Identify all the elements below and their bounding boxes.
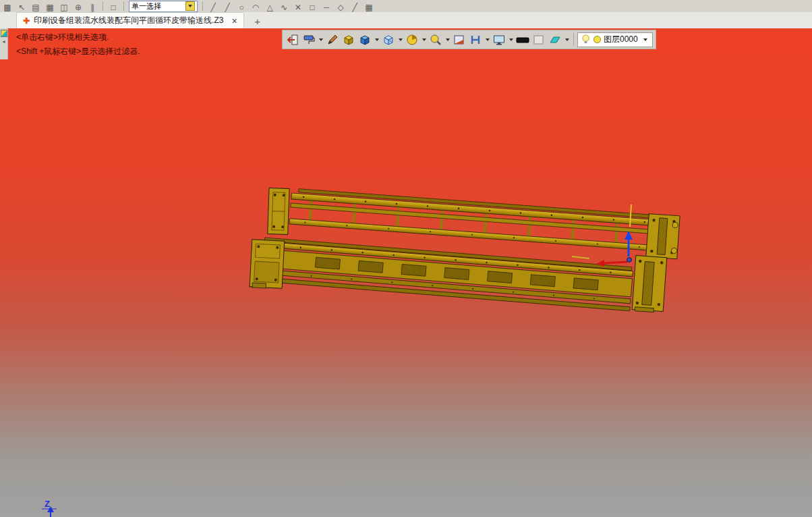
chevron-down-icon [188, 5, 192, 7]
zoom-icon[interactable] [428, 32, 443, 47]
zoom-dropdown[interactable] [444, 32, 451, 47]
layer-combo-value: 图层0000 [604, 34, 639, 45]
layer-combo-dropdown[interactable] [641, 34, 650, 45]
display-icon[interactable] [492, 32, 506, 47]
dash-icon[interactable]: ─ [321, 1, 332, 11]
slash-icon[interactable]: ╱ [208, 1, 219, 11]
new-tab-button[interactable]: + [250, 13, 266, 28]
wireframe-cube-dropdown[interactable] [397, 32, 403, 47]
half-section-dropdown[interactable] [484, 32, 490, 47]
combo-dropdown-button[interactable] [185, 1, 195, 11]
exit-environment-icon[interactable] [285, 32, 300, 47]
document-tab[interactable]: ✚ 印刷设备组装流水线装配车间平面循环皮带输送线.Z3 × [16, 12, 244, 28]
manager-panel-icon[interactable] [1, 30, 7, 37]
zw3d-window: ▩ ↖ ▤ ▦ ◫ ⊕ ∥ □ 单一选择 ╱ ╱ ○ ◠ △ ∿ ✕ □ ─ ◇… [0, 0, 812, 517]
document-icon: ✚ [23, 16, 30, 26]
main-toolbar: ▩ ↖ ▤ ▦ ◫ ⊕ ∥ □ 单一选择 ╱ ╱ ○ ◠ △ ∿ ✕ □ ─ ◇… [0, 0, 812, 13]
rotate-pie-icon[interactable] [405, 32, 419, 47]
model-canvas[interactable]: Z [0, 28, 812, 517]
layer-combo[interactable]: 图层0000 [577, 32, 653, 47]
display-dropdown[interactable] [508, 32, 514, 47]
list-icon[interactable]: ▤ [30, 1, 41, 11]
hint-line-2: <Shift +鼠标右键>显示选择过滤器. [16, 45, 140, 59]
box-tool-icon[interactable]: □ [307, 1, 318, 11]
columns-icon[interactable]: ◫ [59, 1, 69, 11]
prompt-hints: <单击右键>环境相关选项. <Shift +鼠标右键>显示选择过滤器. [16, 30, 140, 59]
triangle-icon[interactable]: △ [264, 1, 275, 11]
grid-icon[interactable]: ▩ [2, 1, 13, 11]
arc-icon[interactable]: ◠ [250, 1, 261, 11]
cursor-icon[interactable]: ↖ [16, 1, 27, 11]
sheet-icon[interactable] [548, 32, 562, 47]
delete-icon[interactable]: ✕ [293, 1, 303, 11]
panel2-icon[interactable]: ▦ [364, 1, 374, 11]
graphics-viewport[interactable]: ◂ <单击右键>环境相关选项. <Shift +鼠标右键>显示选择过滤器. [0, 28, 812, 517]
circle-icon[interactable]: ○ [236, 1, 247, 11]
manager-collapse-strip[interactable]: ◂ [0, 28, 8, 59]
half-section-icon[interactable] [468, 32, 483, 47]
tab-bar: ✚ 印刷设备组装流水线装配车间平面循环皮带输送线.Z3 × + [0, 12, 812, 29]
history-icon[interactable]: ⊕ [73, 1, 84, 11]
tab-close-icon[interactable]: × [231, 16, 237, 26]
axis-z-label: Z [45, 499, 50, 509]
wireframe-cube-icon[interactable] [381, 32, 396, 47]
selection-mode-value: 单一选择 [132, 1, 184, 11]
box-icon[interactable] [341, 32, 356, 47]
diamond-icon[interactable]: ◇ [335, 1, 346, 11]
render-mode-dropdown[interactable] [318, 32, 324, 47]
line-icon[interactable]: ╱ [222, 1, 233, 11]
hash-icon[interactable]: ∥ [87, 1, 98, 11]
slash2-icon[interactable]: ╱ [349, 1, 360, 11]
pencil-icon[interactable] [325, 32, 340, 47]
layer-bulb-icon[interactable] [581, 32, 591, 47]
toolbar-separator [103, 1, 103, 11]
selection-mode-combo[interactable]: 单一选择 [129, 1, 198, 12]
shaded-cube-icon[interactable] [357, 32, 372, 47]
panel-icon[interactable]: □ [108, 1, 119, 11]
shaded-cube-dropdown[interactable] [374, 32, 380, 47]
background-black-icon[interactable] [515, 32, 530, 47]
view-axis-indicator: Z [42, 499, 57, 517]
section-icon[interactable] [452, 32, 467, 47]
render-mode-icon[interactable] [301, 32, 316, 47]
layer-color-icon[interactable] [593, 32, 602, 47]
rotate-pie-dropdown[interactable] [421, 32, 427, 47]
color-swatch-icon[interactable] [531, 32, 546, 47]
hint-line-1: <单击右键>环境相关选项. [16, 30, 140, 45]
table-icon[interactable]: ▦ [45, 1, 55, 11]
toolbar-separator [123, 1, 124, 11]
document-tab-title: 印刷设备组装流水线装配车间平面循环皮带输送线.Z3 [34, 15, 223, 26]
conveyor-model[interactable] [250, 188, 680, 313]
toolbar-separator [573, 33, 574, 46]
sheet-dropdown[interactable] [564, 32, 570, 47]
view-toolbar: 图层0000 [282, 30, 656, 49]
collapse-arrow-icon[interactable]: ◂ [2, 39, 5, 45]
toolbar-separator [202, 1, 203, 11]
spline-icon[interactable]: ∿ [279, 1, 289, 11]
